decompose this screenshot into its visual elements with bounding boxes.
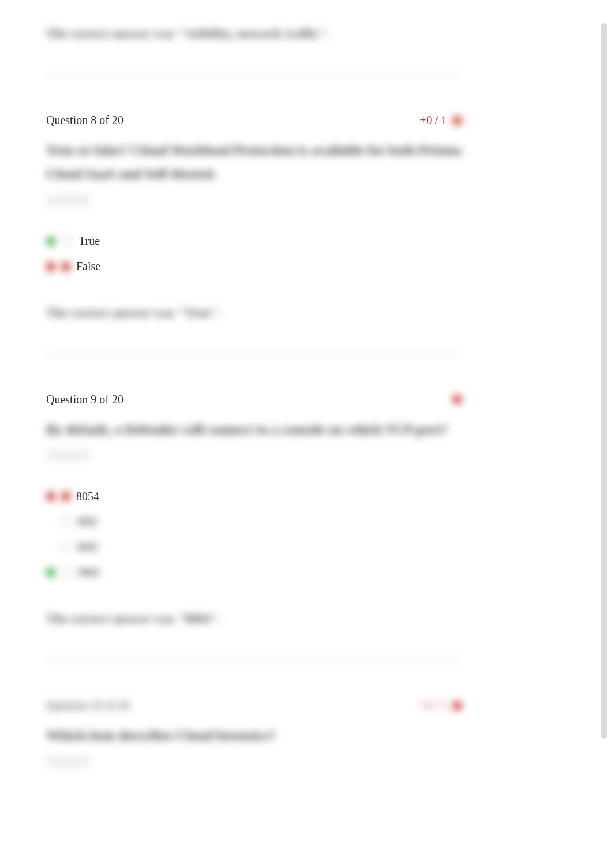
option-label: 8054	[76, 490, 99, 503]
status-dot-red	[453, 701, 462, 710]
radio-unchecked-icon	[61, 236, 73, 246]
divider	[46, 658, 462, 661]
question-prompt: True or false? Cloud Workload Protection…	[46, 139, 462, 186]
marker-correct-icon	[46, 568, 55, 577]
option-false[interactable]: False	[46, 254, 462, 279]
tag-pill	[46, 756, 90, 768]
tag-pill	[46, 194, 90, 206]
option-label: 8081	[77, 516, 98, 528]
option-b[interactable]: 8081	[46, 509, 462, 534]
question-prompt: By default, a Defender will connect to a…	[46, 418, 462, 442]
scrollbar[interactable]	[601, 23, 607, 739]
marker-wrong-icon	[46, 262, 55, 271]
page: The correct answer was "visibility, netw…	[0, 0, 613, 868]
status-dot-red	[453, 116, 462, 125]
question-score: +0 / 1	[420, 114, 462, 127]
option-label: True	[79, 234, 100, 248]
quiz-content: The correct answer was "visibility, netw…	[46, 0, 462, 770]
options-q9: 8054 8081 8083 8084	[46, 484, 462, 585]
radio-selected-wrong-icon	[61, 262, 70, 271]
question-prompt: Which item describes Cloud forensics?	[46, 724, 462, 747]
question-score: +0 / 1	[420, 699, 462, 712]
question-feedback: The correct answer was "8084".	[46, 611, 462, 626]
tag-pill	[46, 450, 90, 461]
divider	[46, 352, 462, 356]
option-d[interactable]: 8084	[46, 560, 462, 585]
radio-unchecked-icon	[60, 517, 72, 527]
score-text: +0 / 1	[420, 699, 447, 712]
option-label: 8084	[79, 567, 99, 579]
question-number: Question 9 of 20	[46, 393, 124, 406]
score-text: +0 / 1	[420, 114, 447, 127]
option-true[interactable]: True	[46, 229, 462, 254]
question-number: Question 8 of 20	[46, 114, 124, 127]
options-q8: True False	[46, 229, 462, 279]
question-feedback: The correct answer was "True".	[46, 305, 462, 320]
divider	[46, 73, 462, 76]
question-header-9: Question 9 of 20	[46, 393, 462, 406]
feedback-prev: The correct answer was "visibility, netw…	[46, 26, 462, 41]
option-c[interactable]: 8083	[46, 534, 462, 560]
radio-unchecked-icon	[61, 567, 73, 578]
status-dot-red	[453, 395, 462, 404]
option-label: 8083	[77, 541, 98, 553]
radio-selected-wrong-icon	[61, 492, 70, 501]
question-score	[453, 395, 462, 404]
marker-correct-icon	[46, 237, 55, 246]
question-header-8: Question 8 of 20 +0 / 1	[46, 114, 462, 127]
question-header-10: Question 10 of 20 +0 / 1	[46, 699, 462, 712]
question-number: Question 10 of 20	[46, 699, 129, 712]
marker-wrong-icon	[46, 492, 55, 501]
option-label: False	[76, 260, 100, 273]
option-a[interactable]: 8054	[46, 484, 462, 509]
radio-unchecked-icon	[60, 542, 72, 552]
